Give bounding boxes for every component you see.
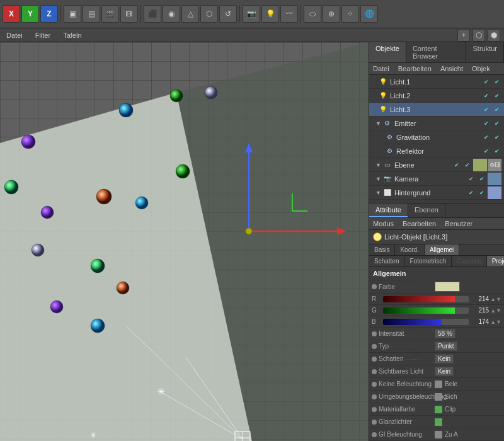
film-btn[interactable]: 🎞 <box>120 5 138 23</box>
menu-filter[interactable]: Filter <box>33 30 53 40</box>
deform-btn[interactable]: ⬭ <box>304 5 321 23</box>
attrmenu-modus[interactable]: Modus <box>372 219 395 228</box>
render-btn[interactable]: ▣ <box>64 5 81 23</box>
obj-row-emitter[interactable]: ▼ ⚙ Emitter ✔ ✔ <box>369 117 504 130</box>
objmenu-objek[interactable]: Objek <box>471 64 491 73</box>
obj-thumbnail-hintergrund <box>488 186 501 199</box>
dots-intensitat: · · · · · <box>406 331 421 337</box>
attr-label-text-schatten: Schatten <box>379 355 403 362</box>
obj-checks-licht1: ✔ ✔ <box>482 77 501 86</box>
color-swatch-farbe[interactable] <box>435 282 460 292</box>
obj-row-ebene[interactable]: ▼ ▭ Ebene ✔ ✔ ⚙🎞 <box>369 158 504 172</box>
rgb-arrow-g[interactable]: ▲▼ <box>490 307 501 314</box>
rgb-arrow-r[interactable]: ▲▼ <box>490 296 501 302</box>
obj-checks-gravitation: ✔ ✔ <box>482 133 501 142</box>
attr-val-sichtbares-licht[interactable]: Kein <box>435 367 501 376</box>
materialfarbe-controls: Clip <box>435 406 501 413</box>
rgb-row-r: R 214 ▲▼ <box>369 294 504 305</box>
obj-row-licht2[interactable]: 💡 Licht.2 ✔ ✔ <box>369 89 504 103</box>
tab-struktur[interactable]: Struktur <box>466 42 504 62</box>
viewport-icon3[interactable]: ⬢ <box>488 29 500 42</box>
proptab-allgemein[interactable]: Allgemei <box>425 244 459 255</box>
axis-z-btn[interactable]: Z <box>40 5 58 23</box>
rowtab-projekt[interactable]: Projekt <box>487 256 504 266</box>
box-btn[interactable]: ⬛ <box>144 5 161 23</box>
obj-row-hintergrund[interactable]: ▼ ⬜ Hintergrund ✔ ✔ <box>369 186 504 200</box>
attr-val-typ[interactable]: Punkt <box>435 341 501 351</box>
axis-x-btn[interactable]: X <box>3 5 20 23</box>
tab-objekte[interactable]: Objekte <box>369 42 406 62</box>
attr-title-bar: Licht-Objekt [Licht.3] <box>369 230 504 244</box>
obj-name-kamera: Kamera <box>394 175 467 183</box>
obj-checks-kamera: ✔ ✔ <box>467 175 486 183</box>
cone-btn[interactable]: △ <box>181 5 199 23</box>
glanzlichter-checkbox[interactable] <box>435 418 442 426</box>
obj-row-licht1[interactable]: 💡 Licht.1 ✔ ✔ <box>369 75 504 89</box>
tab-attribute[interactable]: Attribute <box>369 203 408 217</box>
scene-btn[interactable]: 🌐 <box>360 5 378 23</box>
gi-beleuchtung-checkbox[interactable] <box>435 431 442 438</box>
rgb-arrow-b[interactable]: ▲▼ <box>490 319 501 325</box>
typ-field[interactable]: Punkt <box>435 341 457 351</box>
rgb-bar-b <box>383 319 442 325</box>
attrmenu-benutzer[interactable]: Benutzer <box>444 219 474 228</box>
attr-label-text-gi-beleuchtung: GI Beleuchtung <box>379 431 422 438</box>
proptab-basis[interactable]: Basis <box>369 244 395 255</box>
schatten-field[interactable]: Kein <box>435 354 454 364</box>
obj-row-licht3[interactable]: 💡 Licht.3 ✔ ✔ <box>369 103 504 117</box>
attr-dot-gi-beleuchtung <box>372 432 377 437</box>
attr-label-gi-beleuchtung: GI Beleuchtung <box>372 431 435 438</box>
tab-ebenen[interactable]: Ebenen <box>408 203 445 217</box>
attr-title-text: Licht-Objekt [Licht.3] <box>384 233 447 241</box>
bone-btn[interactable]: ⊕ <box>323 5 340 23</box>
obj-name-emitter: Emitter <box>394 120 482 127</box>
svg-point-22 <box>4 180 18 194</box>
movie-btn[interactable]: 🎬 <box>101 5 119 23</box>
rowtab-schatten[interactable]: Schatten <box>369 256 404 266</box>
torus-btn[interactable]: ⬡ <box>200 5 218 23</box>
objmenu-datei[interactable]: Datei <box>372 64 391 73</box>
obj-row-gravitation[interactable]: ⚙ Gravitation ✔ ✔ <box>369 130 504 144</box>
obj-icon-ebene: ▭ <box>382 160 392 170</box>
light-btn[interactable]: 💡 <box>261 5 279 23</box>
viewport-icon2[interactable]: ⬡ <box>472 29 485 42</box>
sichtbares-licht-field[interactable]: Kein <box>435 367 454 376</box>
svg-point-16 <box>246 228 252 234</box>
attr-row-intensitat: Intensität · · · · · 58 % <box>369 328 504 340</box>
tab-content-browser[interactable]: Content Browser <box>406 42 467 62</box>
rgb-val-b: 174 <box>471 318 489 325</box>
check2: ✔ <box>463 161 472 169</box>
obj-row-kamera[interactable]: ▼ 📷 Kamera ✔ ✔ <box>369 172 504 186</box>
camera-btn[interactable]: 📷 <box>243 5 260 23</box>
rowtab-caustics[interactable]: Caustics <box>452 256 486 266</box>
intensitat-field[interactable]: 58 % <box>435 329 455 338</box>
sphere-btn[interactable]: ◉ <box>163 5 180 23</box>
svg-point-19 <box>119 103 133 117</box>
check2: ✔ <box>493 77 501 86</box>
attr-submenu-bar: Modus Bearbeiten Benutzer <box>369 218 504 230</box>
proptab-koord[interactable]: Koord. <box>395 244 424 255</box>
obj-row-reflektor[interactable]: ⚙ Reflektor ✔ ✔ <box>369 144 504 158</box>
attr-label-umgebung: Umgebungsbeleuchtung <box>372 393 435 400</box>
viewport-icon1[interactable]: + <box>457 29 470 42</box>
menu-datei[interactable]: Datei <box>4 30 25 40</box>
rowtab-fotometrisch[interactable]: Fotometrisch <box>404 256 452 266</box>
particle-btn[interactable]: ⁘ <box>341 5 359 23</box>
viewport[interactable]: ✳ ✳ <box>0 42 369 441</box>
menu-tafeln[interactable]: Tafeln <box>60 30 84 40</box>
axis-y-btn[interactable]: Y <box>21 5 39 23</box>
attrmenu-bearbeiten[interactable]: Bearbeiten <box>401 219 437 228</box>
attr-val-intensitat[interactable]: 58 % <box>435 329 501 338</box>
obj-checks-licht2: ✔ ✔ <box>482 91 501 100</box>
gi-beleuchtung-controls: Zu A <box>435 431 501 438</box>
check1: ✔ <box>482 119 491 128</box>
attr-val-schatten[interactable]: Kein <box>435 354 501 364</box>
render2-btn[interactable]: ▤ <box>83 5 100 23</box>
umgebung-checkbox[interactable] <box>435 393 442 401</box>
objmenu-ansicht[interactable]: Ansicht <box>439 64 464 73</box>
spline-btn[interactable]: 〰 <box>280 5 298 23</box>
objmenu-bearbeiten[interactable]: Bearbeiten <box>397 64 433 73</box>
keine-beleuchtung-checkbox[interactable] <box>435 381 442 388</box>
materialfarbe-checkbox[interactable] <box>435 406 442 413</box>
modifier-btn[interactable]: ↺ <box>219 5 237 23</box>
